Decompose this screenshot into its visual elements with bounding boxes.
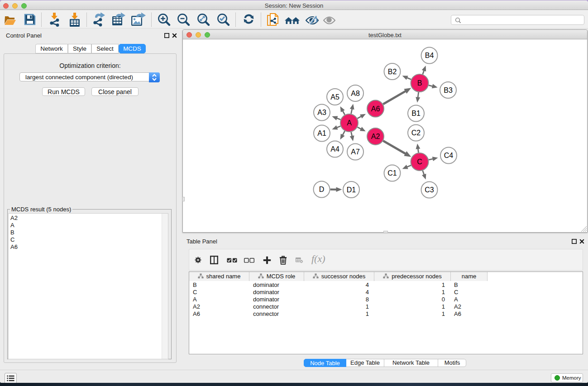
svg-text:C2: C2: [411, 129, 421, 137]
svg-text:D1: D1: [347, 186, 356, 194]
svg-text:A8: A8: [351, 90, 360, 97]
svg-text:A6: A6: [371, 105, 380, 113]
svg-text:C4: C4: [444, 152, 454, 159]
svg-text:A3: A3: [317, 109, 326, 116]
svg-text:A1: A1: [317, 129, 326, 137]
svg-text:B4: B4: [425, 52, 434, 59]
svg-text:C1: C1: [387, 169, 397, 177]
svg-text:C3: C3: [425, 186, 434, 194]
svg-text:A4: A4: [330, 145, 339, 153]
svg-text:D: D: [319, 186, 325, 193]
svg-text:B: B: [417, 79, 422, 87]
svg-text:A5: A5: [330, 93, 339, 101]
svg-text:A2: A2: [371, 133, 380, 140]
svg-text:B2: B2: [388, 68, 397, 76]
svg-text:A: A: [347, 119, 352, 127]
svg-text:A7: A7: [351, 148, 360, 156]
svg-text:B3: B3: [444, 86, 453, 94]
svg-text:C: C: [417, 158, 422, 166]
svg-text:B1: B1: [411, 110, 421, 117]
